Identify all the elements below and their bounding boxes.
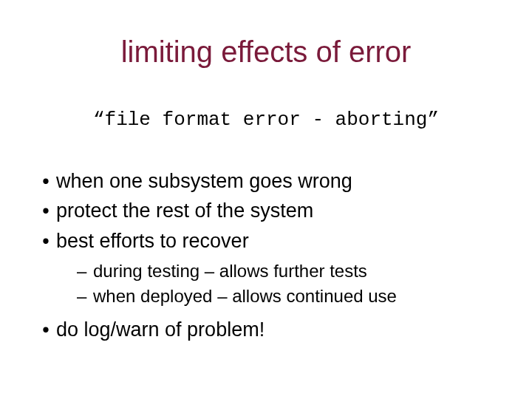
list-item: •best efforts to recover [35, 228, 497, 254]
sub-list: –during testing – allows further tests –… [77, 259, 497, 308]
bullet-list: •when one subsystem goes wrong •protect … [35, 168, 497, 346]
bullet-icon: • [35, 197, 56, 224]
sub-list-item: –during testing – allows further tests [77, 259, 497, 284]
bullet-text: protect the rest of the system [56, 200, 313, 222]
bullet-text: do log/warn of problem! [56, 318, 265, 341]
bullet-icon: • [35, 316, 56, 343]
list-item: •do log/warn of problem! [35, 316, 497, 343]
bullet-icon: • [35, 228, 56, 254]
list-item: •when one subsystem goes wrong [35, 168, 497, 194]
sub-list-item: –when deployed – allows continued use [77, 284, 497, 309]
dash-icon: – [77, 259, 93, 284]
slide-title: limiting effects of error [0, 35, 532, 69]
sub-bullet-text: during testing – allows further tests [93, 261, 367, 281]
bullet-icon: • [35, 168, 56, 194]
bullet-text: when one subsystem goes wrong [56, 170, 352, 192]
slide-subtitle: “file format error - aborting” [0, 109, 532, 131]
slide: limiting effects of error “file format e… [0, 0, 532, 399]
dash-icon: – [77, 284, 93, 309]
sub-bullet-text: when deployed – allows continued use [93, 286, 397, 306]
bullet-text: best efforts to recover [56, 230, 249, 252]
list-item: •protect the rest of the system [35, 197, 497, 224]
